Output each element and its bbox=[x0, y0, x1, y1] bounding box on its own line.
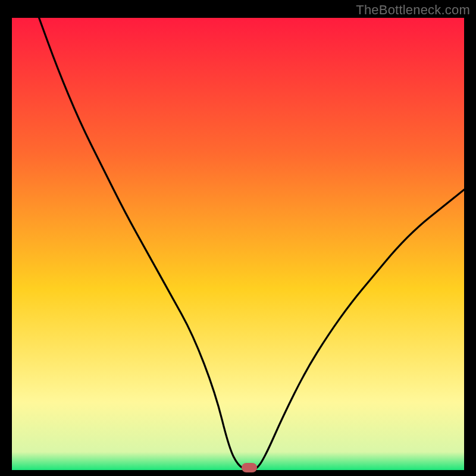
gradient-background bbox=[12, 18, 464, 470]
optimal-marker bbox=[242, 463, 257, 472]
chart-frame: TheBottleneck.com bbox=[0, 0, 476, 476]
plot-area bbox=[12, 18, 464, 470]
plot-svg bbox=[12, 18, 464, 470]
watermark-label: TheBottleneck.com bbox=[356, 2, 470, 18]
